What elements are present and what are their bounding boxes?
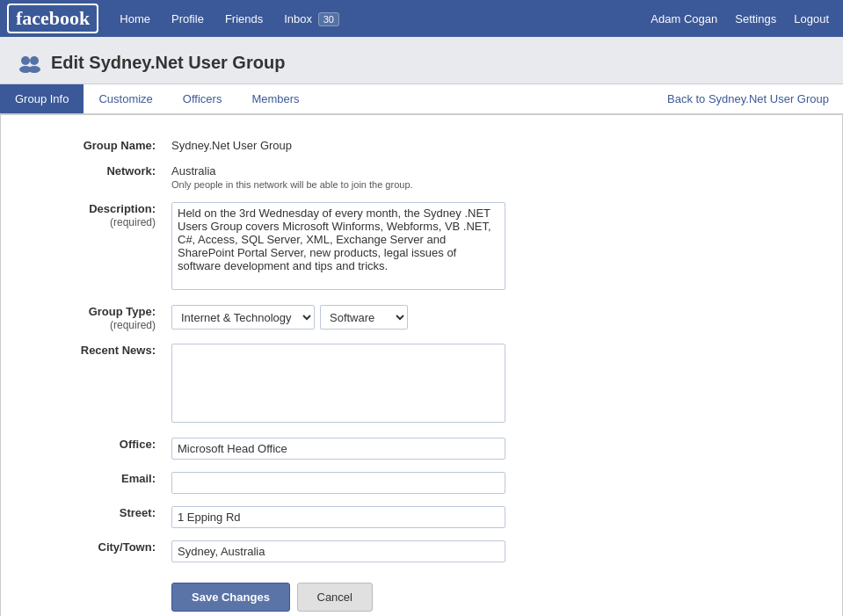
nav-friends[interactable]: Friends [216,7,272,31]
email-input[interactable] [171,472,505,494]
recent-news-textarea[interactable] [171,344,505,423]
office-label: Office: [27,431,168,466]
svg-point-0 [21,56,30,65]
network-cell: Australia Only people in this network wi… [168,158,816,196]
nav-profile[interactable]: Profile [163,7,213,31]
nav-inbox[interactable]: Inbox 30 [275,7,348,31]
logout-link[interactable]: Logout [787,9,836,29]
tabs: Group Info Customize Officers Members [0,84,315,113]
save-button[interactable]: Save Changes [171,583,290,612]
top-nav: facebook Home Profile Friends Inbox 30 A… [0,0,843,37]
svg-point-1 [30,56,39,65]
tab-bar: Group Info Customize Officers Members Ba… [0,83,843,114]
group-type-label: Group Type: (required) [27,299,168,337]
form-table: Group Name: Sydney.Net User Group Networ… [27,133,816,616]
button-row: Save Changes Cancel [27,569,816,616]
description-sub: (required) [110,216,156,228]
inbox-badge: 30 [318,12,339,26]
city-row: City/Town: [27,534,816,569]
description-label: Description: (required) [27,196,168,299]
description-cell: Held on the 3rd Wednesday of every month… [168,196,816,299]
back-link[interactable]: Back to Sydney.Net User Group [667,92,843,105]
street-input[interactable] [171,506,505,528]
group-type-select-2[interactable]: Software Hardware Networking Other [320,305,408,330]
svg-point-3 [28,66,40,73]
group-type-cell: Internet & Technology Arts & Entertainme… [168,299,816,337]
network-note: Only people in this network will be able… [171,179,812,190]
description-textarea[interactable]: Held on the 3rd Wednesday of every month… [171,202,505,290]
city-label: City/Town: [27,534,168,569]
group-name-label: Group Name: [27,133,168,158]
recent-news-label: Recent News: [27,337,168,431]
right-links: Adam Cogan Settings Logout [643,9,836,29]
network-row: Network: Australia Only people in this n… [27,158,816,196]
page-title: Edit Sydney.Net User Group [51,53,285,73]
description-wrap: Held on the 3rd Wednesday of every month… [171,202,505,293]
email-row: Email: [27,466,816,500]
email-label: Email: [27,466,168,500]
nav-links: Home Profile Friends Inbox 30 [111,7,643,31]
page-header: Edit Sydney.Net User Group [0,37,843,83]
tab-officers[interactable]: Officers [168,84,237,113]
tab-members[interactable]: Members [236,84,314,113]
nav-home[interactable]: Home [111,7,159,31]
tab-customize[interactable]: Customize [84,84,167,113]
group-name-row: Group Name: Sydney.Net User Group [27,133,816,158]
street-cell [168,500,816,534]
button-cell: Save Changes Cancel [168,569,816,616]
street-label: Street: [27,500,168,534]
network-value: Australia [171,164,812,178]
office-row: Office: [27,431,816,466]
content-area: Group Name: Sydney.Net User Group Networ… [0,114,843,616]
office-input[interactable] [171,438,505,460]
street-row: Street: [27,500,816,534]
tab-group-info[interactable]: Group Info [0,84,84,113]
group-type-wrap: Internet & Technology Arts & Entertainme… [171,305,812,330]
group-type-select-1[interactable]: Internet & Technology Arts & Entertainme… [171,305,315,330]
group-icon [18,54,42,73]
description-row: Description: (required) Held on the 3rd … [27,196,816,299]
facebook-logo[interactable]: facebook [7,4,98,33]
email-cell [168,466,816,500]
group-type-row: Group Type: (required) Internet & Techno… [27,299,816,337]
user-name[interactable]: Adam Cogan [643,9,724,29]
recent-news-row: Recent News: [27,337,816,431]
office-cell [168,431,816,466]
cancel-button[interactable]: Cancel [297,583,373,612]
group-name-value: Sydney.Net User Group [168,133,816,158]
network-label: Network: [27,158,168,196]
settings-link[interactable]: Settings [728,9,783,29]
city-input[interactable] [171,540,505,562]
group-type-sub: (required) [110,319,156,331]
recent-news-cell [168,337,816,431]
city-cell [168,534,816,569]
